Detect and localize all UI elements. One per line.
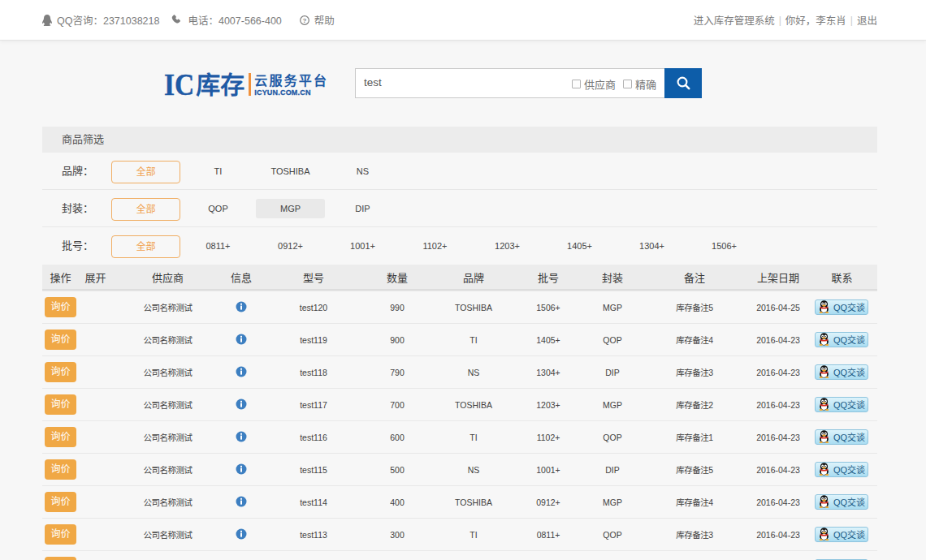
svg-text:?: ? [302, 17, 306, 24]
